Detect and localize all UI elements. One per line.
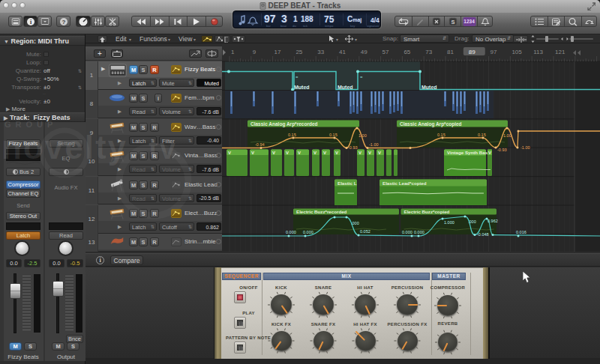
svg-text:S: S xyxy=(451,18,454,25)
svg-text:105: 105 xyxy=(512,49,522,55)
svg-text:Muted: Muted xyxy=(294,85,310,90)
svg-text:1.00: 1.00 xyxy=(358,133,367,138)
svg-text:V: V xyxy=(323,151,326,155)
svg-text:-0.93: -0.93 xyxy=(497,148,507,152)
svg-text:97: 97 xyxy=(490,49,497,55)
svg-text:1.00: 1.00 xyxy=(503,133,512,138)
svg-text:V: V xyxy=(228,151,231,155)
svg-text:57: 57 xyxy=(382,49,389,55)
svg-text:0.000: 0.000 xyxy=(303,230,314,234)
svg-text:V: V xyxy=(314,151,316,155)
svg-text:-0.048: -0.048 xyxy=(477,232,489,237)
svg-text:17: 17 xyxy=(274,49,281,55)
svg-text:81: 81 xyxy=(447,49,454,55)
svg-text:0.962: 0.962 xyxy=(488,219,498,223)
svg-text:73: 73 xyxy=(425,49,432,55)
svg-text:Classic Analog Arp*copied: Classic Analog Arp*copied xyxy=(400,121,462,127)
svg-text:-1.00: -1.00 xyxy=(520,145,530,150)
svg-text:113: 113 xyxy=(533,49,543,55)
svg-text:=: = xyxy=(296,75,298,79)
svg-text:0.15: 0.15 xyxy=(329,133,338,137)
svg-text:65: 65 xyxy=(404,49,410,55)
svg-text:V: V xyxy=(286,151,289,155)
svg-text:9: 9 xyxy=(253,49,256,55)
svg-text:Electric Buzz*copied: Electric Buzz*copied xyxy=(404,209,450,214)
svg-text:89: 89 xyxy=(469,49,476,55)
svg-text:-0.94: -0.94 xyxy=(255,142,265,147)
svg-text:41: 41 xyxy=(339,49,346,55)
svg-text:Vintage Synth Bass: Vintage Synth Bass xyxy=(447,150,490,155)
svg-text:0.016: 0.016 xyxy=(516,230,526,234)
svg-text:0.15: 0.15 xyxy=(437,133,446,137)
svg-text:0.052: 0.052 xyxy=(360,229,370,234)
svg-text:V: V xyxy=(272,151,275,155)
svg-text:V: V xyxy=(335,151,338,155)
svg-text:V: V xyxy=(488,151,491,155)
svg-text:49: 49 xyxy=(361,49,368,55)
svg-text:Electric Buzz*recorded: Electric Buzz*recorded xyxy=(296,209,347,214)
svg-text:0.000: 0.000 xyxy=(402,230,412,234)
svg-text:0.15: 0.15 xyxy=(478,133,486,137)
svg-text:121: 121 xyxy=(555,49,566,55)
svg-text:?: ? xyxy=(62,18,65,25)
svg-text:.000: .000 xyxy=(351,221,359,225)
svg-text:.000: .000 xyxy=(468,219,476,224)
svg-text:Muted: Muted xyxy=(422,85,437,90)
svg-text:1.000: 1.000 xyxy=(444,220,454,225)
svg-text:1: 1 xyxy=(231,49,235,55)
svg-text:V: V xyxy=(251,151,254,155)
svg-text:V: V xyxy=(298,151,301,155)
svg-text:Elastic L: Elastic L xyxy=(338,181,357,186)
svg-text:-1.00: -1.00 xyxy=(369,142,379,147)
svg-text:-0.93: -0.93 xyxy=(348,145,358,150)
svg-text:25: 25 xyxy=(296,49,302,55)
svg-text:33: 33 xyxy=(317,49,324,55)
svg-text:0.000: 0.000 xyxy=(414,230,424,234)
svg-text:Elastic Lead*copied: Elastic Lead*copied xyxy=(382,181,427,186)
svg-text:=: = xyxy=(360,75,363,79)
svg-text:0.000: 0.000 xyxy=(286,230,296,234)
svg-text:Classic Analog Arp*recorded: Classic Analog Arp*recorded xyxy=(250,121,317,127)
svg-text:V: V xyxy=(368,151,371,155)
svg-text:V: V xyxy=(378,151,381,155)
svg-text:V: V xyxy=(358,151,362,155)
svg-text:Muted: Muted xyxy=(338,85,353,90)
svg-text:0.15: 0.15 xyxy=(288,133,296,137)
